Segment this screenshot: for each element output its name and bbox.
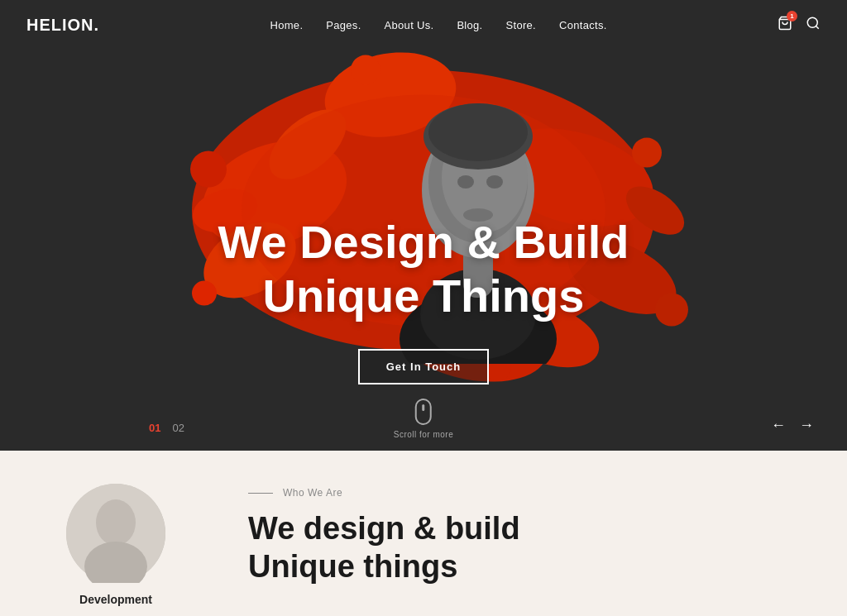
prev-arrow[interactable]: ← [771,417,786,434]
cart-badge: 1 [787,11,797,21]
svg-point-24 [457,175,474,189]
site-header: HELION. Home. Pages. About Us. Blog. Sto… [0,0,847,50]
site-logo[interactable]: HELION. [26,16,99,35]
svg-point-11 [190,150,227,187]
slide-next[interactable]: 02 [172,422,184,434]
nav-store[interactable]: Store. [506,19,536,31]
svg-point-25 [486,175,503,189]
slide-arrows: ← → [771,417,814,434]
nav-pages[interactable]: Pages. [326,19,361,31]
svg-point-33 [96,499,136,546]
dev-label: Development [79,593,152,606]
svg-point-30 [807,17,817,27]
scroll-label: Scroll for more [394,430,454,439]
slide-current[interactable]: 01 [149,422,160,434]
scroll-dot [422,404,424,411]
hero-title: We Design & Build Unique Things [175,216,672,322]
hero-section: We Design & Build Unique Things Get In T… [0,0,847,451]
who-tag-label: Who We Are [283,487,342,499]
svg-point-12 [632,137,662,167]
slide-indicators: 01 02 [149,422,184,434]
hero-content: We Design & Build Unique Things Get In T… [175,216,672,384]
scroll-mouse-icon [415,399,432,425]
nav-contacts[interactable]: Contacts. [559,19,607,31]
next-arrow[interactable]: → [799,417,814,434]
who-title: We design & build Unique things [248,510,797,585]
dev-circle-img [66,484,165,583]
who-tag: Who We Are [248,487,797,499]
nav-about[interactable]: About Us. [385,19,434,31]
svg-line-31 [816,26,818,28]
nav-blog[interactable]: Blog. [457,19,482,31]
cart-icon[interactable]: 1 [778,16,792,34]
search-icon[interactable] [806,16,821,34]
who-divider [248,493,273,494]
cta-button[interactable]: Get In Touch [358,349,489,384]
dev-card: Development [50,484,182,606]
header-actions: 1 [778,16,821,34]
nav-home[interactable]: Home. [270,19,304,31]
svg-point-15 [351,55,380,84]
main-nav: Home. Pages. About Us. Blog. Store. Cont… [270,19,607,31]
bottom-section: Development Who We Are We design & build… [0,451,847,616]
scroll-indicator: Scroll for more [394,399,454,439]
svg-point-28 [428,103,528,161]
who-section: Who We Are We design & build Unique thin… [248,484,797,585]
